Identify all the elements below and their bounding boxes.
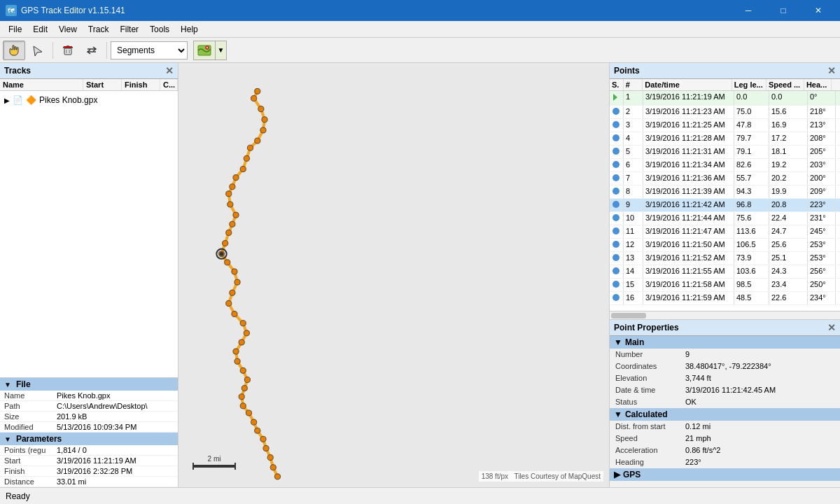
points-close-button[interactable]: ✕ [827,65,836,76]
table-row[interactable]: 93/19/2016 11:21:42 AM96.820.8223° [610,199,840,212]
table-row[interactable]: 53/19/2016 11:21:31 AM79.118.1205° [610,146,840,159]
file-info-panel: ▼ File Name Pikes Knob.gpx Path C:\Users… [0,377,178,487]
col-status: S. [610,79,624,90]
table-row[interactable]: 143/19/2016 11:21:55 AM103.624.3256° [610,265,840,279]
row-leg: 113.6 [734,225,769,238]
prop-number-label: Number [615,350,685,358]
prop-heading-label: Heading [615,458,685,466]
tracks-title: Tracks [4,66,31,76]
params-section-label: Parameters [16,434,62,444]
params-collapse-btn[interactable]: ▼ [4,435,11,443]
row-num: 7 [624,172,643,185]
row-datetime: 3/19/2016 11:21:25 AM [643,119,734,132]
props-main-collapse[interactable]: ▼ [614,337,622,347]
track-item[interactable]: ▶ 📄 🔶 Pikes Knob.gpx [3,94,175,106]
menu-filter[interactable]: Filter [114,21,144,37]
map-view-dropdown[interactable]: ▼ [216,41,227,60]
track-file-icon: 📄 [13,95,23,105]
table-row[interactable]: 123/19/2016 11:21:50 AM106.525.6253° [610,239,840,252]
props-gps-header: ▶ GPS [610,468,840,481]
svg-point-61 [612,227,620,234]
props-close-button[interactable]: ✕ [827,322,836,333]
menu-bar: File Edit View Track Filter Tools Help [0,21,840,38]
prop-diststart-value: 0.12 mi [685,422,834,430]
file-name-row: Name Pikes Knob.gpx [0,391,178,401]
arrow-tool-button[interactable] [27,41,49,60]
row-status-icon [610,132,624,145]
file-collapse-btn[interactable]: ▼ [4,381,11,388]
table-row[interactable]: 73/19/2016 11:21:36 AM55.720.2200° [610,172,840,186]
prop-elevation-row: Elevation 3,744 ft [610,372,840,384]
table-row[interactable]: 103/19/2016 11:21:44 AM75.622.4231° [610,212,840,225]
table-row[interactable]: 43/19/2016 11:21:28 AM79.717.2208° [610,132,840,146]
tracks-col-name: Name [0,79,83,90]
params-distance-row: Distance 33.01 mi [0,477,178,487]
hand-tool-button[interactable] [3,41,25,60]
menu-view[interactable]: View [53,21,83,37]
map-attribution: Tiles Courtesy of MapQuest [511,471,603,482]
minimize-button[interactable]: ─ [732,0,764,21]
track-name[interactable]: Pikes Knob.gpx [39,95,97,105]
prop-status-row: Status OK [610,396,840,408]
file-path-value: C:\Users\Andrew\Desktop\ [57,402,174,410]
row-leg: 75.6 [734,212,769,225]
points-body[interactable]: 13/19/2016 11:21:19 AM0.00.00°23/19/2016… [610,91,840,311]
props-calc-label: Calculated [625,410,668,419]
menu-help[interactable]: Help [175,21,204,37]
prop-status-value: OK [685,398,834,406]
row-speed: 20.2 [769,172,808,185]
track-expand-icon[interactable]: ▶ [4,97,10,104]
row-heading: 223° [808,199,836,211]
row-num: 10 [624,212,643,225]
row-num: 13 [624,252,643,265]
left-panel: Tracks ✕ Name Start Finish C... ▶ 📄 🔶 Pi… [0,63,178,487]
map-area[interactable]: 2 mi 138 ft/px Tiles Courtesy of MapQues… [178,63,609,487]
row-leg: 0.0 [734,91,769,105]
segments-select[interactable]: Segments All Points Selected [111,41,188,59]
prop-datetime-row: Date & time 3/19/2016 11:21:42.45 AM [610,384,840,396]
tracks-close-button[interactable]: ✕ [165,65,174,76]
prop-coordinates-label: Coordinates [615,362,685,370]
menu-edit[interactable]: Edit [27,21,53,37]
close-button[interactable]: ✕ [802,0,834,21]
row-status-icon [610,252,624,265]
prop-datetime-label: Date & time [615,386,685,394]
row-status-icon [610,225,624,238]
props-calc-collapse[interactable]: ▼ [614,410,622,419]
props-body: ▼ Main Number 9 Coordinates 38.480417°, … [610,336,840,487]
tracks-col-c: C... [160,79,178,90]
row-speed: 24.3 [769,265,808,278]
table-row[interactable]: 23/19/2016 11:21:23 AM75.015.6218° [610,106,840,119]
table-row[interactable]: 33/19/2016 11:21:25 AM47.816.9213° [610,119,840,132]
table-row[interactable]: 63/19/2016 11:21:34 AM82.619.2203° [610,159,840,172]
row-speed: 15.6 [769,106,808,118]
params-section-header: ▼ Parameters [0,433,178,445]
delete-tool-button[interactable] [57,41,79,60]
menu-file[interactable]: File [3,21,27,37]
prop-coordinates-row: Coordinates 38.480417°, -79.222384° [610,360,840,372]
transfer-tool-button[interactable] [80,41,103,60]
table-row[interactable]: 133/19/2016 11:21:52 AM73.925.1253° [610,252,840,265]
h-scroll-bar[interactable] [610,311,840,319]
toolbar: Segments All Points Selected ▼ [0,38,840,63]
row-datetime: 3/19/2016 11:21:55 AM [643,265,734,278]
menu-tools[interactable]: Tools [144,21,175,37]
prop-speed-label: Speed [615,434,685,442]
table-row[interactable]: 163/19/2016 11:21:59 AM48.522.6234° [610,292,840,305]
col-scrollbar-spacer [832,79,840,90]
col-num: # [624,79,643,90]
right-panel: Points ✕ S. # Date/time Leg le... Speed … [609,63,840,487]
table-row[interactable]: 153/19/2016 11:21:58 AM98.523.4250° [610,279,840,292]
props-main-label: Main [625,337,644,347]
table-row[interactable]: 13/19/2016 11:21:19 AM0.00.00° [610,91,840,106]
row-datetime: 3/19/2016 11:21:58 AM [643,279,734,291]
table-row[interactable]: 113/19/2016 11:21:47 AM113.624.7245° [610,225,840,239]
tracks-col-finish: Finish [122,79,160,90]
props-gps-collapse[interactable]: ▶ [614,470,620,479]
maximize-button[interactable]: □ [767,0,799,21]
table-row[interactable]: 83/19/2016 11:21:39 AM94.319.9209° [610,186,840,199]
h-scroll-thumb[interactable] [611,313,646,318]
map-view-button[interactable] [193,41,216,60]
svg-point-62 [612,241,620,248]
menu-track[interactable]: Track [83,21,115,37]
